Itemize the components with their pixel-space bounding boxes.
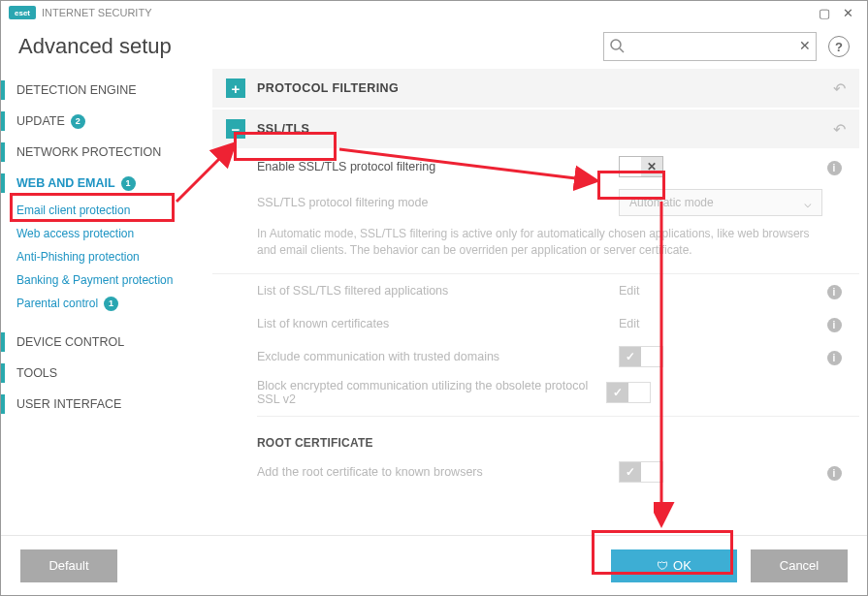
toggle-block-sslv2: ✓ bbox=[606, 382, 651, 403]
footer: Default 🛡OK Cancel bbox=[1, 535, 867, 595]
row-filtered-apps: List of SSL/TLS filtered applications Ed… bbox=[212, 274, 859, 307]
brand-logo: eset bbox=[9, 6, 36, 19]
label: DETECTION ENGINE bbox=[16, 83, 137, 97]
label: Block encrypted communication utilizing … bbox=[257, 379, 606, 406]
section-protocol-filtering[interactable]: + PROTOCOL FILTERING ↶ bbox=[212, 69, 859, 108]
page-title: Advanced setup bbox=[18, 34, 603, 59]
label: List of SSL/TLS filtered applications bbox=[257, 284, 619, 298]
shield-icon: 🛡 bbox=[657, 559, 668, 573]
sidebar-item-network[interactable]: NETWORK PROTECTION bbox=[1, 137, 212, 168]
label: WEB AND EMAIL bbox=[16, 176, 115, 190]
chevron-down-icon: ⌵ bbox=[804, 196, 812, 210]
search-icon bbox=[609, 38, 625, 57]
row-root-cert: Add the root certificate to known browse… bbox=[212, 455, 859, 488]
info-icon[interactable]: i bbox=[822, 158, 846, 175]
window-maximize-icon[interactable]: ▢ bbox=[813, 3, 836, 22]
sidebar-item-detection[interactable]: DETECTION ENGINE bbox=[1, 75, 212, 106]
header: Advanced setup ✕ ? bbox=[1, 24, 867, 69]
search-input[interactable] bbox=[603, 32, 817, 61]
label: Exclude communication with trusted domai… bbox=[257, 350, 619, 363]
row-filtering-mode: SSL/TLS protocol filtering mode Automati… bbox=[212, 183, 859, 222]
edit-link: Edit bbox=[619, 317, 640, 330]
label: Banking & Payment protection bbox=[16, 273, 173, 287]
search-box: ✕ bbox=[603, 32, 817, 61]
toggle-root-cert: ✓ bbox=[619, 461, 663, 483]
sidebar-item-ui[interactable]: USER INTERFACE bbox=[1, 389, 212, 420]
mode-description: In Automatic mode, SSL/TLS filtering is … bbox=[212, 222, 859, 274]
window-close-icon[interactable]: ✕ bbox=[836, 3, 859, 22]
sidebar: DETECTION ENGINE UPDATE2 NETWORK PROTECT… bbox=[1, 69, 212, 535]
label: DEVICE CONTROL bbox=[16, 335, 124, 349]
section-ssl-tls[interactable]: − SSL/TLS ↶ bbox=[212, 110, 859, 148]
section-title: PROTOCOL FILTERING bbox=[257, 81, 399, 95]
label: NETWORK PROTECTION bbox=[16, 145, 161, 159]
brand-product: INTERNET SECURITY bbox=[42, 7, 151, 18]
sidebar-item-update[interactable]: UPDATE2 bbox=[1, 106, 212, 137]
label: Web access protection bbox=[16, 227, 134, 240]
label: Enable SSL/TLS protocol filtering bbox=[257, 160, 619, 173]
row-trusted-domains: Exclude communication with trusted domai… bbox=[212, 340, 859, 373]
badge: 2 bbox=[71, 114, 85, 129]
label: USER INTERFACE bbox=[16, 397, 121, 411]
cancel-button[interactable]: Cancel bbox=[751, 549, 848, 582]
sidebar-sub-webaccess[interactable]: Web access protection bbox=[1, 222, 212, 245]
search-clear-icon[interactable]: ✕ bbox=[799, 38, 811, 53]
edit-link: Edit bbox=[619, 284, 640, 298]
section-title: SSL/TLS bbox=[257, 122, 309, 136]
badge: 1 bbox=[104, 297, 118, 311]
subheading-root-cert: ROOT CERTIFICATE bbox=[212, 421, 859, 455]
window: eset INTERNET SECURITY ▢ ✕ Advanced setu… bbox=[0, 0, 868, 596]
label: Add the root certificate to known browse… bbox=[257, 465, 619, 479]
sidebar-sub-parental[interactable]: Parental control1 bbox=[1, 292, 212, 315]
sidebar-item-device[interactable]: DEVICE CONTROL bbox=[1, 327, 212, 358]
ok-button[interactable]: 🛡OK bbox=[611, 549, 737, 582]
expand-icon: + bbox=[226, 78, 245, 98]
help-button[interactable]: ? bbox=[828, 36, 850, 57]
row-block-sslv2: Block encrypted communication utilizing … bbox=[212, 373, 859, 412]
sidebar-sub-antiphishing[interactable]: Anti-Phishing protection bbox=[1, 245, 212, 268]
sidebar-item-web-email[interactable]: WEB AND EMAIL1 bbox=[1, 168, 212, 199]
label: TOOLS bbox=[16, 366, 57, 380]
default-button[interactable]: Default bbox=[20, 549, 117, 582]
info-icon[interactable]: i bbox=[822, 463, 846, 481]
undo-icon[interactable]: ↶ bbox=[833, 79, 846, 98]
label: OK bbox=[673, 558, 691, 573]
value: Automatic mode bbox=[629, 196, 714, 209]
row-enable-ssl: Enable SSL/TLS protocol filtering ✕ i bbox=[212, 150, 859, 183]
label: List of known certificates bbox=[257, 317, 619, 330]
sidebar-sub-banking[interactable]: Banking & Payment protection bbox=[1, 268, 212, 292]
toggle-trusted-domains: ✓ bbox=[619, 346, 663, 367]
label: SSL/TLS protocol filtering mode bbox=[257, 196, 619, 209]
undo-icon[interactable]: ↶ bbox=[833, 120, 846, 139]
info-icon[interactable]: i bbox=[822, 348, 846, 365]
svg-point-0 bbox=[611, 40, 621, 49]
collapse-icon: − bbox=[226, 119, 245, 139]
titlebar: eset INTERNET SECURITY ▢ ✕ bbox=[1, 1, 867, 24]
select-filtering-mode: Automatic mode ⌵ bbox=[619, 189, 822, 216]
info-icon[interactable]: i bbox=[822, 282, 846, 299]
label: Email client protection bbox=[16, 204, 130, 217]
label: Anti-Phishing protection bbox=[16, 250, 140, 264]
info-icon[interactable]: i bbox=[822, 315, 846, 332]
row-known-certs: List of known certificates Edit i bbox=[212, 307, 859, 340]
content-panel: + PROTOCOL FILTERING ↶ − SSL/TLS ↶ Enabl… bbox=[212, 69, 867, 535]
badge: 1 bbox=[121, 176, 136, 191]
svg-line-1 bbox=[620, 48, 624, 52]
toggle-enable-ssl[interactable]: ✕ bbox=[619, 156, 663, 177]
sidebar-sub-email[interactable]: Email client protection bbox=[1, 199, 212, 222]
label: UPDATE bbox=[16, 114, 65, 128]
sidebar-item-tools[interactable]: TOOLS bbox=[1, 358, 212, 389]
label: Parental control bbox=[16, 297, 98, 310]
